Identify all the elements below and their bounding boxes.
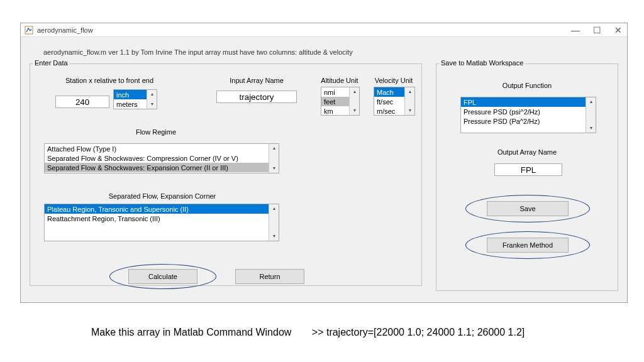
output-function-label: Output Function (436, 82, 618, 89)
application-window: aerodynamic_flow — ☐ ✕ aerodynamic_flow.… (20, 23, 628, 303)
station-unit-listbox[interactable]: inch meters ▴▾ (113, 89, 157, 109)
info-line: aerodynamic_flow.m ver 1.1 by Tom Irvine… (43, 48, 353, 56)
list-item[interactable]: Separated Flow & Shockwaves: Compression… (45, 153, 279, 163)
calculate-button[interactable]: Calculate (128, 269, 197, 284)
list-item[interactable]: Pressure PSD (Pa^2/Hz) (461, 116, 596, 126)
station-input[interactable] (55, 96, 109, 108)
save-button[interactable]: Save (487, 201, 569, 216)
chevron-down-icon[interactable]: ▾ (586, 124, 596, 133)
chevron-down-icon[interactable]: ▾ (405, 106, 414, 115)
velocity-unit-label: Velocity Unit (371, 77, 416, 84)
sep-flow-label: Separated Flow, Expansion Corner (99, 192, 225, 200)
scrollbar[interactable]: ▴▾ (349, 87, 359, 115)
enter-data-panel: Enter Data Station x relative to front e… (30, 63, 422, 286)
maximize-icon[interactable]: ☐ (592, 25, 602, 35)
chevron-down-icon[interactable]: ▾ (269, 232, 279, 241)
list-item[interactable]: Separated Flow & Shockwaves: Expansion C… (45, 163, 279, 172)
velocity-unit-listbox[interactable]: Mach ft/sec m/sec ▴▾ (374, 87, 415, 116)
slide-caption: Make this array in Matlab Command Window… (91, 327, 525, 338)
output-array-label: Output Array Name (436, 148, 618, 156)
chevron-down-icon[interactable]: ▾ (269, 164, 279, 173)
chevron-up-icon[interactable]: ▴ (147, 90, 157, 99)
list-item[interactable]: Attached Flow (Type I) (45, 144, 279, 153)
scrollbar[interactable]: ▴▾ (147, 90, 157, 109)
caption-text: Make this array in Matlab Command Window (91, 327, 291, 337)
caption-code: >> trajectory=[22000 1.0; 24000 1.1; 260… (312, 327, 525, 337)
app-icon (25, 26, 33, 35)
scrollbar[interactable]: ▴▾ (269, 204, 279, 241)
sep-flow-listbox[interactable]: Plateau Region, Transonic and Supersonic… (44, 204, 279, 241)
flow-regime-listbox[interactable]: Attached Flow (Type I) Separated Flow & … (44, 143, 279, 173)
window-title: aerodynamic_flow (37, 26, 570, 34)
chevron-up-icon[interactable]: ▴ (405, 87, 414, 96)
input-array-input[interactable] (216, 90, 297, 103)
input-array-label: Input Array Name (219, 77, 294, 84)
save-panel-legend: Save to Matlab Workspace (439, 59, 525, 67)
window-body: aerodynamic_flow.m ver 1.1 by Tom Irvine… (21, 37, 627, 302)
chevron-up-icon[interactable]: ▴ (350, 87, 359, 96)
list-item[interactable]: FPL (461, 97, 596, 107)
return-button[interactable]: Return (235, 269, 304, 284)
altitude-unit-listbox[interactable]: nmi feet km ▴▾ (321, 87, 360, 116)
close-icon[interactable]: ✕ (613, 25, 623, 35)
save-panel: Save to Matlab Workspace Output Function… (436, 63, 618, 291)
station-label: Station x relative to front end (59, 77, 160, 84)
enter-data-legend: Enter Data (33, 59, 70, 67)
titlebar: aerodynamic_flow — ☐ ✕ (21, 23, 627, 37)
chevron-up-icon[interactable]: ▴ (269, 204, 279, 213)
scrollbar[interactable]: ▴▾ (269, 144, 279, 173)
chevron-down-icon[interactable]: ▾ (147, 100, 157, 109)
list-item[interactable]: Plateau Region, Transonic and Supersonic… (45, 204, 279, 214)
chevron-up-icon[interactable]: ▴ (269, 144, 279, 153)
minimize-icon[interactable]: — (570, 25, 580, 35)
output-function-listbox[interactable]: FPL Pressure PSD (psi^2/Hz) Pressure PSD… (460, 97, 596, 133)
scrollbar[interactable]: ▴▾ (404, 87, 414, 115)
list-item[interactable]: Pressure PSD (psi^2/Hz) (461, 107, 596, 116)
svg-rect-0 (25, 26, 33, 34)
list-item[interactable]: Reattachment Region, Transonic (III) (45, 214, 279, 223)
output-array-input[interactable] (494, 163, 562, 176)
flow-regime-label: Flow Regime (125, 128, 187, 136)
altitude-unit-label: Altitude Unit (317, 77, 362, 84)
chevron-down-icon[interactable]: ▾ (350, 106, 359, 115)
scrollbar[interactable]: ▴▾ (586, 97, 596, 133)
window-controls: — ☐ ✕ (570, 25, 623, 35)
franken-method-button[interactable]: Franken Method (487, 238, 569, 253)
chevron-up-icon[interactable]: ▴ (586, 97, 596, 106)
